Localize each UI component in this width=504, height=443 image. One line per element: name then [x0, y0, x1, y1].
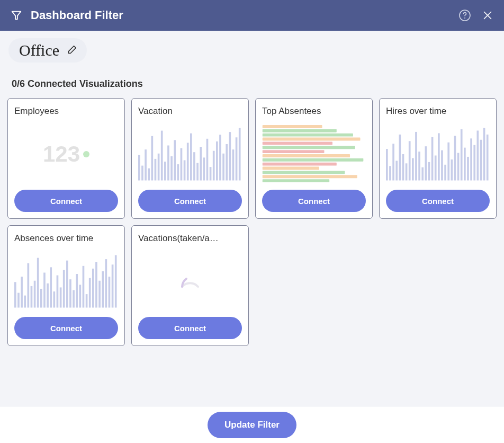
svg-rect-83	[14, 282, 16, 307]
dialog-title: Dashboard Filter	[31, 8, 458, 22]
svg-rect-114	[115, 255, 117, 308]
svg-rect-68	[441, 150, 443, 181]
svg-rect-107	[92, 269, 94, 308]
connect-button[interactable]: Connect	[262, 190, 366, 212]
svg-rect-19	[184, 160, 186, 180]
svg-rect-103	[79, 285, 82, 307]
svg-rect-113	[112, 264, 114, 307]
card-title: Employees	[14, 106, 118, 117]
svg-rect-109	[98, 281, 101, 308]
help-icon[interactable]	[458, 9, 471, 22]
svg-rect-40	[263, 138, 361, 141]
pencil-icon[interactable]	[66, 45, 77, 56]
filter-name-pill: Office	[8, 38, 87, 63]
close-icon[interactable]	[482, 10, 493, 21]
svg-rect-11	[158, 154, 160, 181]
svg-rect-34	[232, 149, 235, 180]
svg-rect-41	[263, 141, 332, 145]
chart-preview	[138, 119, 242, 190]
svg-rect-23	[196, 163, 199, 180]
chart-preview: 123	[14, 119, 118, 190]
svg-rect-110	[102, 271, 104, 308]
card-title: Vacations(taken/a…	[138, 233, 242, 244]
svg-rect-28	[213, 151, 215, 181]
update-filter-button[interactable]: Update Filter	[208, 412, 296, 438]
chart-preview	[138, 246, 242, 317]
svg-rect-55	[399, 135, 401, 181]
visualization-card: Hires over timeConnect	[379, 98, 497, 219]
svg-rect-7	[145, 149, 147, 180]
svg-rect-90	[37, 258, 39, 308]
svg-rect-98	[63, 270, 65, 307]
svg-rect-62	[421, 167, 424, 181]
svg-rect-15	[170, 156, 173, 181]
svg-rect-13	[164, 162, 166, 181]
svg-rect-17	[177, 164, 179, 180]
svg-rect-8	[148, 169, 150, 181]
svg-rect-20	[187, 143, 189, 180]
svg-rect-85	[21, 277, 23, 307]
svg-rect-100	[69, 279, 71, 307]
svg-rect-30	[219, 135, 221, 180]
svg-rect-48	[263, 171, 345, 174]
svg-rect-111	[105, 259, 107, 307]
svg-rect-82	[487, 135, 489, 181]
svg-rect-18	[181, 148, 183, 181]
svg-point-2	[464, 17, 465, 19]
svg-rect-57	[406, 163, 408, 180]
svg-rect-10	[155, 159, 157, 181]
card-title: Vacation	[138, 106, 242, 117]
svg-rect-56	[402, 154, 404, 180]
filter-name: Office	[19, 41, 59, 59]
svg-rect-106	[89, 278, 91, 308]
svg-rect-105	[86, 294, 88, 307]
svg-rect-59	[412, 158, 414, 180]
svg-rect-61	[418, 152, 420, 180]
svg-rect-87	[28, 263, 30, 308]
svg-rect-32	[226, 144, 228, 181]
svg-rect-22	[193, 152, 195, 180]
visualization-card: Vacations(taken/a…Connect	[131, 225, 249, 346]
svg-rect-108	[95, 262, 97, 307]
svg-rect-50	[263, 179, 329, 182]
svg-rect-36	[239, 128, 241, 181]
connect-button[interactable]: Connect	[138, 317, 242, 339]
card-title: Hires over time	[386, 106, 490, 117]
connect-button[interactable]: Connect	[14, 317, 118, 339]
svg-rect-47	[263, 167, 319, 170]
filter-icon	[11, 10, 22, 21]
svg-rect-84	[17, 293, 20, 308]
svg-rect-79	[477, 130, 479, 180]
svg-rect-76	[467, 157, 469, 181]
connect-button[interactable]: Connect	[14, 190, 118, 212]
svg-rect-31	[222, 154, 224, 181]
connect-button[interactable]: Connect	[386, 190, 490, 212]
svg-rect-70	[447, 143, 449, 181]
svg-rect-53	[392, 144, 394, 180]
svg-rect-9	[151, 136, 154, 181]
svg-rect-33	[229, 132, 231, 180]
svg-rect-69	[444, 165, 446, 181]
svg-rect-64	[428, 162, 430, 181]
svg-rect-78	[473, 145, 475, 181]
svg-rect-26	[206, 139, 209, 181]
chart-preview	[262, 119, 366, 190]
svg-rect-80	[480, 140, 482, 181]
svg-rect-58	[409, 141, 411, 180]
dialog-body: Office 0/6 Connected Visualizations Empl…	[0, 31, 504, 346]
svg-rect-24	[200, 147, 202, 180]
svg-rect-74	[461, 129, 463, 181]
visualization-card: VacationConnect	[131, 98, 249, 219]
svg-rect-54	[395, 161, 398, 180]
svg-rect-63	[425, 146, 427, 180]
svg-rect-112	[109, 277, 111, 307]
svg-rect-35	[236, 137, 238, 180]
svg-rect-72	[454, 136, 456, 180]
svg-rect-101	[73, 290, 75, 307]
connect-button[interactable]: Connect	[138, 190, 242, 212]
svg-rect-94	[50, 267, 52, 307]
dialog-header: Dashboard Filter	[0, 0, 504, 31]
svg-rect-37	[263, 125, 322, 128]
svg-rect-104	[83, 266, 85, 308]
svg-rect-6	[141, 166, 143, 181]
